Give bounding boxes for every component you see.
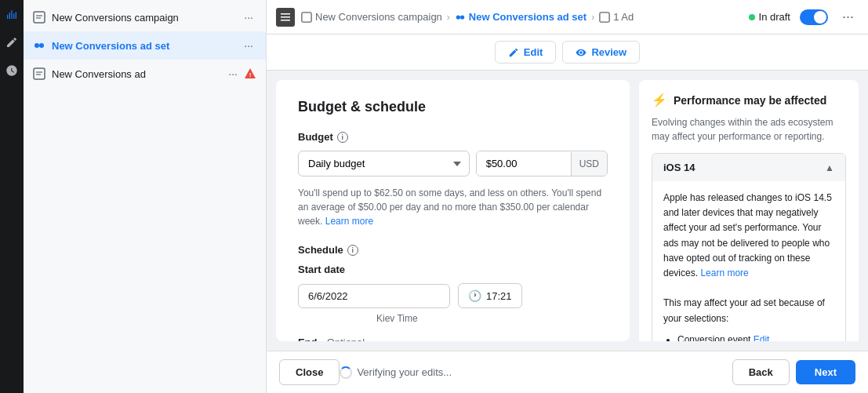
adset-icon [33,39,45,52]
form-panel: Budget & schedule Budget i Daily budget … [276,80,630,341]
top-bar-right: In draft ··· [749,5,859,28]
chart-icon[interactable] [4,6,20,22]
ios14-body: Apple has released changes to iOS 14.5 a… [652,181,845,341]
schedule-section: Schedule i Start date 🕐 17:21 Kiev Time [298,244,608,324]
performance-card: ⚡ Performance may be affected Evolving c… [639,80,859,341]
action-bar: Edit Review [267,35,868,71]
section-title: Budget & schedule [298,99,608,115]
performance-title: Performance may be affected [674,94,826,107]
top-bar: New Conversions campaign › New Conversio… [267,0,868,35]
toggle-knob [814,11,826,24]
close-button[interactable]: Close [279,359,340,385]
start-date-row: 🕐 17:21 [298,283,608,308]
svg-rect-12 [302,12,311,21]
campaign-dots-button[interactable]: ··· [241,9,256,25]
svg-point-3 [35,43,39,48]
nav-item-campaign[interactable]: New Conversions campaign ··· [24,3,266,31]
breadcrumb-sep-2: › [591,12,594,23]
edit-button[interactable]: Edit [495,41,557,64]
performance-description: Evolving changes within the ads ecosyste… [652,115,846,144]
campaign-label: New Conversions campaign [52,12,234,24]
end-field-label: End · Optional [298,337,608,341]
bottom-bar: Close Verifying your edits... Back Next [267,351,868,393]
review-icon [576,47,587,58]
verifying-text: Verifying your edits... [357,366,452,378]
schedule-info-icon[interactable]: i [347,245,358,256]
breadcrumb-adset-icon [455,12,466,23]
ad-dots-button[interactable]: ··· [225,66,241,82]
back-button[interactable]: Back [732,359,790,385]
ad-label: New Conversions ad [52,68,219,80]
end-section: End · Optional Set an end date [298,337,608,341]
budget-info-icon[interactable]: i [337,132,348,143]
nav-tree: New Conversions campaign ··· New Convers… [24,0,267,393]
svg-rect-10 [281,16,290,18]
main-area: New Conversions campaign › New Conversio… [267,0,868,393]
status-text: In draft [759,11,790,23]
budget-amount-wrap: USD [476,151,608,176]
campaign-actions: ··· [241,9,256,25]
svg-text:!: ! [249,71,252,78]
review-label: Review [591,46,626,58]
edit-icon [508,47,519,58]
verifying-status: Verifying your edits... [340,366,452,379]
adset-label: New Conversions ad set [52,40,234,52]
svg-rect-15 [600,12,609,21]
svg-rect-11 [281,20,290,21]
clock-icon[interactable] [4,63,20,78]
edit-icon[interactable] [4,35,20,50]
draft-toggle[interactable] [800,9,828,25]
ios14-item: Conversion event Edit [677,333,834,341]
timezone-label: Kiev Time [376,313,608,324]
end-optional: · Optional [321,337,365,341]
ios14-item-label: Conversion event [677,334,750,341]
nav-item-ad[interactable]: New Conversions ad ··· ! [24,60,266,88]
time-input[interactable]: 🕐 17:21 [458,283,522,308]
adset-actions: ··· [241,38,256,53]
more-options-button[interactable]: ··· [837,5,859,28]
toggle-icon [281,13,290,22]
breadcrumb-ad-label: 1 Ad [613,11,634,23]
breadcrumb-adset[interactable]: New Conversions ad set [455,11,587,23]
svg-point-14 [460,15,464,19]
next-button[interactable]: Next [796,360,855,384]
start-date-label: Start date [298,264,608,275]
breadcrumb-campaign[interactable]: New Conversions campaign [301,11,442,23]
ad-warning-icon: ! [244,67,256,80]
review-button[interactable]: Review [562,41,640,64]
ios14-item-edit-link[interactable]: Edit [754,334,770,341]
breadcrumb-ad-icon [599,12,610,23]
budget-row: Daily budget USD [298,151,608,176]
ad-actions: ··· ! [225,66,256,82]
breadcrumb: New Conversions campaign › New Conversio… [301,11,743,23]
ios14-label: iOS 14 [663,162,695,173]
sidebar [0,0,24,393]
adset-dots-button[interactable]: ··· [241,38,256,53]
ios14-affect-text: This may affect your ad set because of y… [663,297,825,323]
svg-point-13 [456,15,460,19]
schedule-field-label: Schedule i [298,244,608,256]
breadcrumb-ad[interactable]: 1 Ad [599,11,634,23]
ios14-chevron-icon: ▲ [825,162,834,173]
ios14-header[interactable]: iOS 14 ▲ [652,154,845,181]
clock-icon: 🕐 [468,289,481,302]
start-date-input[interactable] [298,284,450,308]
learn-more-link[interactable]: Learn more [325,216,373,227]
status-badge: In draft [749,11,790,23]
content-area: Budget & schedule Budget i Daily budget … [267,71,868,351]
sidebar-toggle-button[interactable] [276,8,295,27]
svg-rect-0 [34,12,45,23]
nav-item-adset[interactable]: New Conversions ad set ··· [24,31,266,60]
budget-type-select[interactable]: Daily budget [298,151,470,176]
svg-rect-9 [281,13,290,15]
breadcrumb-adset-label: New Conversions ad set [469,11,587,23]
breadcrumb-campaign-label: New Conversions campaign [315,11,442,23]
time-value: 17:21 [486,290,512,302]
bottom-right: Back Next [732,359,855,385]
budget-field-label: Budget i [298,131,608,143]
budget-amount-input[interactable] [477,151,571,176]
ios14-learn-more-link[interactable]: Learn more [700,267,748,278]
right-panel: ⚡ Performance may be affected Evolving c… [639,80,859,341]
ios14-body-text: Apple has released changes to iOS 14.5 a… [663,192,832,278]
svg-point-4 [39,43,44,48]
